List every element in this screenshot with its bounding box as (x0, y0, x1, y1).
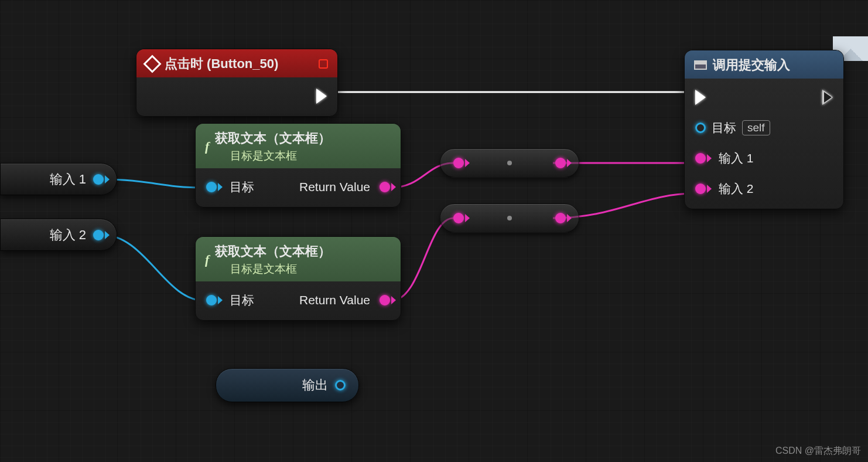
get-text-node-2[interactable]: f 获取文本（文本框） 目标是文本框 目标 Return Value (195, 236, 401, 321)
get-text-1-title: 获取文本（文本框） (215, 130, 331, 147)
breakpoint-icon[interactable] (319, 59, 328, 69)
submit-title: 调用提交输入 (713, 56, 790, 74)
target-label-2: 目标 (230, 292, 254, 308)
target-label-s: 目标 (712, 120, 736, 136)
get-text-2-subtitle: 目标是文本框 (230, 261, 331, 277)
function-icon: f (205, 139, 209, 154)
event-title: 点击时 (Button_50) (165, 55, 278, 73)
var-input1-label: 输入 1 (50, 171, 86, 188)
reroute-in-2[interactable] (453, 213, 464, 223)
target-self-pin[interactable]: 目标 self (695, 116, 799, 140)
variable-output[interactable]: 输出 (216, 368, 359, 402)
target-label-1: 目标 (230, 179, 254, 195)
input1-pin[interactable]: 输入 1 (695, 147, 799, 170)
return-out-pin-1[interactable]: Return Value (299, 175, 390, 199)
reroute-dot-icon (507, 161, 512, 165)
exec-out-pin-submit[interactable] (822, 86, 833, 109)
output-pin[interactable] (335, 380, 346, 390)
self-value: self (742, 120, 770, 135)
event-node-onclick[interactable]: 点击时 (Button_50) (136, 49, 338, 117)
var-input2-label: 输入 2 (50, 226, 86, 244)
input2-label: 输入 2 (719, 181, 754, 197)
variable-input-1[interactable]: 输入 1 (0, 163, 117, 195)
reroute-node-2[interactable] (440, 203, 579, 233)
variable-input-2[interactable]: 输入 2 (0, 219, 117, 251)
event-icon (143, 55, 161, 73)
input2-pin[interactable]: 输入 2 (695, 177, 799, 201)
return-label-1: Return Value (299, 180, 370, 194)
get-text-1-subtitle: 目标是文本框 (230, 148, 331, 164)
target-in-pin-2[interactable]: 目标 (206, 288, 254, 312)
input1-label: 输入 1 (719, 150, 754, 167)
reroute-node-1[interactable] (440, 148, 579, 178)
var-output-label: 输出 (302, 376, 328, 394)
get-text-2-title: 获取文本（文本框） (215, 243, 331, 260)
get-text-node-1[interactable]: f 获取文本（文本框） 目标是文本框 目标 Return Value (195, 123, 401, 208)
return-out-pin-2[interactable]: Return Value (299, 288, 390, 312)
submit-input-node[interactable]: 调用提交输入 目标 self 输入 1 输入 2 (684, 50, 844, 209)
exec-in-pin[interactable] (695, 86, 799, 109)
reroute-dot-icon (507, 216, 512, 220)
watermark-text: CSDN @雷杰弗朗哥 (775, 445, 861, 457)
window-icon (694, 60, 707, 70)
function-icon: f (205, 252, 209, 267)
reroute-in-1[interactable] (453, 158, 464, 168)
exec-out-pin[interactable] (316, 84, 327, 108)
reroute-out-1[interactable] (555, 158, 566, 168)
return-label-2: Return Value (299, 293, 370, 307)
target-in-pin-1[interactable]: 目标 (206, 175, 254, 199)
reroute-out-2[interactable] (555, 213, 566, 223)
